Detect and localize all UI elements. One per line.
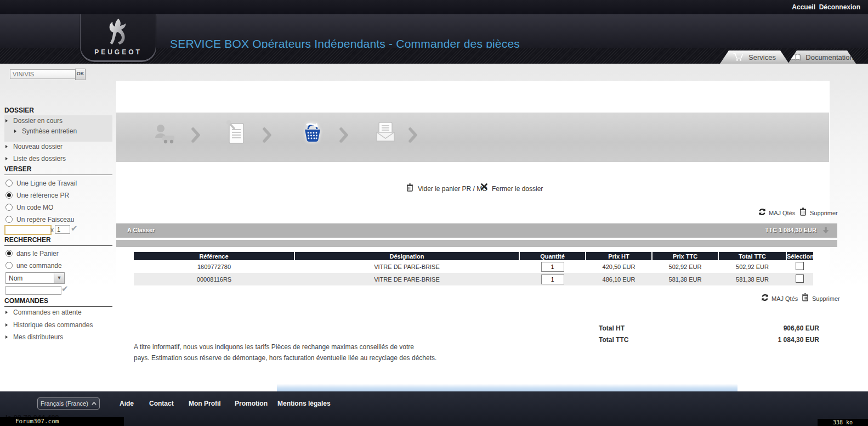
quantity-input-sidebar[interactable] (55, 225, 70, 234)
tariff-info-line-2: pays. Estimation sous réserve de démonta… (134, 354, 436, 362)
radio-label-ligne[interactable]: Une Ligne de Travail (16, 180, 77, 187)
sidebar-item-dossier-en-cours[interactable]: Dossier en cours (13, 117, 63, 125)
logout-link[interactable]: Déconnexion (819, 3, 860, 11)
sidebar-item-nouveau-dossier[interactable]: Nouveau dossier (13, 143, 63, 150)
tab-documentation[interactable]: Documentation (788, 51, 856, 64)
chevron-down-icon: ▼ (54, 273, 64, 283)
sidebar-item-historique-commandes[interactable]: Historique des commandes (13, 321, 93, 329)
watermark-forum307: Forum307.com (0, 417, 124, 426)
parts-table: Référence Désignation Quantité Prix HT P… (134, 252, 813, 285)
collapse-arrow-icon[interactable] (822, 227, 830, 234)
quantity-input-row-2[interactable] (541, 274, 564, 284)
search-type-select[interactable]: Nom ▼ (5, 272, 65, 284)
service-box-app: Accueil Déconnexion SERVICE BOX Opérateu… (0, 0, 868, 426)
table-header-row: Référence Désignation Quantité Prix HT P… (134, 252, 813, 260)
radio-label-reference-pr[interactable]: Une référence PR (16, 192, 69, 199)
radio-code-mo[interactable] (5, 204, 13, 211)
radio-une-commande[interactable] (5, 262, 13, 269)
bullet-icon (14, 130, 16, 133)
col-header-reference: Référence (134, 252, 294, 260)
cell-reference: 1609772780 (134, 260, 294, 273)
vin-ok-button[interactable]: OK (75, 69, 86, 80)
radio-repere-faisceau[interactable] (5, 216, 13, 223)
update-quantities-button[interactable]: MAJ Qtés (771, 295, 798, 302)
sidebar-item-liste-des-dossiers[interactable]: Liste des dossiers (13, 155, 66, 162)
select-checkbox-row-2[interactable] (796, 274, 804, 283)
quantity-input-row-1[interactable] (541, 262, 564, 272)
radio-label-faisceau[interactable]: Un repère Faisceau (16, 216, 74, 223)
chevron-right-icon (339, 127, 349, 143)
radio-dans-le-panier[interactable] (5, 250, 13, 257)
table-row: 00008116RS VITRE DE PARE-BRISE 486,10 EU… (134, 273, 813, 285)
bullet-icon (5, 145, 8, 148)
trash-icon[interactable] (799, 208, 807, 216)
workflow-breadcrumb-panel (116, 113, 829, 162)
delete-selected-button[interactable]: Supprimer (810, 210, 838, 216)
total-ht-label: Total HT (599, 324, 625, 332)
radio-ligne-de-travail[interactable] (5, 180, 13, 187)
footer-link-mon-profil[interactable]: Mon Profil (189, 400, 221, 407)
search-check-icon[interactable]: ✔ (61, 284, 69, 294)
step-operations-icon[interactable] (225, 120, 247, 145)
refresh-icon[interactable] (761, 294, 769, 301)
multiplier-label: x (50, 226, 54, 234)
peugeot-brand-text: PEUGEOT (81, 48, 156, 56)
group-subbar (116, 240, 837, 247)
radio-label-code-mo[interactable]: Un code MO (16, 204, 53, 211)
page-size-badge: 338 ko (818, 419, 868, 426)
validate-check-icon[interactable]: ✔ (71, 223, 78, 233)
peugeot-lion-icon (105, 18, 132, 46)
group-total-ttc: TTC 1 084,30 EUR (765, 227, 816, 233)
cell-prix-ttc: 502,92 EUR (652, 260, 718, 273)
section-title-commandes: COMMANDES (4, 297, 112, 307)
section-title-rechercher: RECHERCHER (4, 236, 112, 246)
tab-services[interactable]: Services (720, 51, 789, 64)
update-quantities-button[interactable]: MAJ Qtés (769, 210, 795, 216)
radio-label-panier[interactable]: dans le Panier (16, 250, 59, 257)
content-bottom-glow (277, 384, 737, 391)
language-selector[interactable]: Français (France) (37, 397, 100, 410)
trash-icon[interactable] (406, 183, 413, 192)
empty-cart-button[interactable]: Vider le panier PR / MO (418, 185, 487, 193)
sidebar-item-commandes-attente[interactable]: Commandes en attente (13, 309, 82, 316)
vin-input[interactable] (10, 69, 77, 79)
sidebar-item-synthese-entretien[interactable]: Synthèse entretien (22, 127, 77, 135)
refresh-icon[interactable] (758, 208, 766, 216)
chevron-right-icon (408, 127, 418, 143)
reference-input[interactable] (4, 225, 52, 235)
bullet-icon (5, 323, 8, 327)
sidebar-item-mes-distributeurs[interactable]: Mes distributeurs (13, 333, 63, 341)
step-order-icon[interactable] (374, 121, 397, 143)
search-input[interactable] (5, 286, 61, 295)
chevron-right-icon (191, 127, 201, 143)
footer-link-mentions-legales[interactable]: Mentions légales (277, 400, 331, 407)
language-value: Français (France) (41, 400, 88, 407)
footer-link-aide[interactable]: Aide (120, 400, 134, 407)
bullet-icon (5, 335, 8, 339)
bullet-icon (5, 119, 8, 122)
cell-prix-ht: 420,50 EUR (586, 260, 652, 273)
group-title: A Classer (127, 227, 155, 233)
total-ht-value: 906,60 EUR (748, 324, 819, 332)
col-header-prix-ttc: Prix TTC (652, 252, 718, 260)
radio-reference-pr[interactable] (5, 192, 13, 199)
col-header-selection: Sélection (786, 252, 813, 260)
top-bar: Accueil Déconnexion (0, 0, 868, 14)
total-ttc-value: 1 084,30 EUR (748, 336, 819, 344)
home-link[interactable]: Accueil (792, 3, 815, 11)
footer-link-promotion[interactable]: Promotion (235, 400, 268, 407)
footer-link-contact[interactable]: Contact (149, 400, 174, 407)
cell-total-ttc: 581,38 EUR (718, 273, 786, 285)
close-icon[interactable] (481, 183, 487, 190)
step-vehicle-icon[interactable] (154, 124, 177, 145)
group-header-a-classer[interactable]: A Classer TTC 1 084,30 EUR (116, 223, 837, 238)
trash-icon[interactable] (802, 293, 809, 301)
close-dossier-button[interactable]: Fermer le dossier (492, 185, 543, 193)
select-checkbox-row-1[interactable] (796, 262, 804, 270)
cell-designation: VITRE DE PARE-BRISE (294, 260, 519, 273)
bullet-icon (5, 311, 8, 314)
step-basket-icon-active[interactable] (300, 121, 325, 144)
tab-documentation-label: Documentation (805, 53, 853, 61)
delete-selected-button[interactable]: Supprimer (812, 295, 840, 302)
radio-label-commande[interactable]: une commande (16, 262, 62, 270)
